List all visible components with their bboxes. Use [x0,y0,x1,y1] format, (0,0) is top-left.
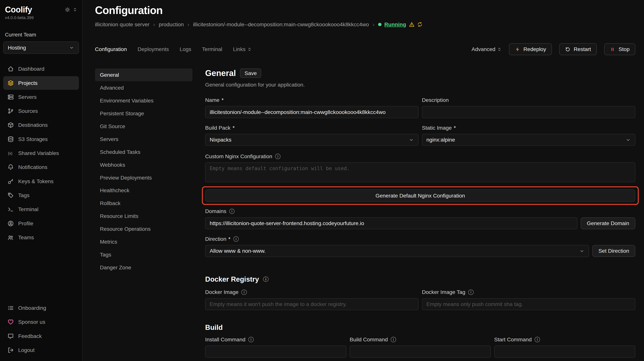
advanced-dropdown[interactable]: Advanced [472,46,502,52]
info-icon[interactable] [229,209,234,214]
nginx-config-label: Custom Nginx Configuration [205,153,272,160]
info-icon[interactable] [275,154,280,159]
description-input[interactable] [422,106,635,118]
team-select[interactable]: Hosting [3,41,79,54]
bolt-icon [515,47,520,52]
start-command-input[interactable] [494,345,636,357]
sidebar-item-label: Destinations [18,122,48,128]
selector-icon [497,47,502,52]
tab-links[interactable]: Links [233,46,252,52]
tab-deployments[interactable]: Deployments [138,46,169,52]
sun-icon[interactable] [65,7,70,12]
nginx-config-textarea[interactable] [205,162,635,182]
subnav-resource-operations[interactable]: Resource Operations [95,223,192,235]
subnav-danger-zone[interactable]: Danger Zone [95,261,192,274]
breadcrumb-project[interactable]: illicitonion quote server [95,21,150,28]
subnav-general[interactable]: General [95,68,192,81]
sidebar-item-profile[interactable]: Profile [3,217,79,230]
tab-configuration[interactable]: Configuration [95,46,127,52]
info-icon[interactable] [248,337,254,342]
warning-icon[interactable] [409,22,414,27]
restart-icon [565,47,570,52]
redeploy-button[interactable]: Redeploy [509,43,552,55]
sidebar-item-sources[interactable]: Sources [3,104,79,118]
docker-image-tag-input[interactable] [422,298,635,310]
sidebar-item-destinations[interactable]: Destinations [3,118,79,132]
info-icon[interactable] [241,289,247,295]
info-icon[interactable] [391,337,396,342]
database-icon [7,136,14,143]
subnav-rollback[interactable]: Rollback [95,197,192,210]
sidebar-item-feedback[interactable]: Feedback [3,329,79,343]
subnav-environment-variables[interactable]: Environment Variables [95,94,192,107]
domains-input[interactable] [205,217,577,229]
subnav-scheduled-tasks[interactable]: Scheduled Tasks [95,146,192,158]
sidebar-item-label: Onboarding [18,305,46,311]
subnav-metrics[interactable]: Metrics [95,235,192,248]
sidebar-item-label: Terminal [18,206,38,212]
breadcrumb-environment[interactable]: production [153,21,184,28]
generate-nginx-config-button[interactable]: Generate Default Nginx Configuration [205,189,635,202]
tab-terminal[interactable]: Terminal [202,46,222,52]
selector-icon [247,47,252,52]
info-icon[interactable] [263,276,268,282]
name-input[interactable] [205,106,418,118]
start-command-field: Start Command [494,336,636,357]
required-asterisk: * [232,125,234,131]
user-icon [7,220,14,227]
direction-select[interactable]: Allow www & non-www. [205,245,589,257]
sidebar-item-servers[interactable]: Servers [3,90,79,104]
save-button[interactable]: Save [240,68,261,78]
subnav-git-source[interactable]: Git Source [95,120,192,133]
sidebar-item-s3-storages[interactable]: S3 Storages [3,132,79,146]
sidebar-item-terminal[interactable]: Terminal [3,203,79,216]
sidebar-nav: Dashboard Projects Servers Sources Desti… [3,62,79,244]
sidebar-item-tags[interactable]: Tags [3,188,79,202]
refresh-icon[interactable] [417,22,422,27]
docker-image-tag-field: Docker Image Tag [422,289,635,310]
status-badge: Running [372,21,422,28]
sidebar-item-projects[interactable]: Projects [3,76,79,90]
generate-domain-button[interactable]: Generate Domain [581,217,635,229]
subnav-preview-deployments[interactable]: Preview Deployments [95,171,192,184]
restart-button[interactable]: Restart [559,43,596,55]
info-icon[interactable] [468,289,474,295]
tab-links-label: Links [233,46,246,52]
sidebar-item-sponsor-us[interactable]: Sponsor us [3,315,79,329]
subnav-tags[interactable]: Tags [95,248,192,261]
install-command-field: Install Command [205,336,346,357]
selector-icon[interactable] [73,7,77,12]
docker-image-input[interactable] [205,298,418,310]
subnav-advanced[interactable]: Advanced [95,81,192,94]
status-label[interactable]: Running [384,21,406,28]
subnav-webhooks[interactable]: Webhooks [95,158,192,171]
sidebar-item-logout[interactable]: Logout [3,343,79,357]
subnav-healthcheck[interactable]: Healthcheck [95,184,192,197]
sidebar-item-notifications[interactable]: Notifications [3,160,79,174]
stop-button[interactable]: Stop [604,43,635,55]
sidebar-item-shared-variables[interactable]: (x) Shared Variables [3,146,79,160]
sidebar-item-keys-tokens[interactable]: Keys & Tokens [3,174,79,188]
sidebar-item-label: Feedback [18,333,42,339]
docker-registry-title: Docker Registry [205,275,259,283]
tab-logs[interactable]: Logs [180,46,191,52]
sidebar-item-label: Dashboard [18,66,44,72]
install-command-input[interactable] [205,345,346,357]
set-direction-button[interactable]: Set Direction [592,245,635,257]
sidebar-item-dashboard[interactable]: Dashboard [3,62,79,76]
build-pack-select[interactable]: Nixpacks [205,134,418,146]
subnav-resource-limits[interactable]: Resource Limits [95,210,192,223]
info-icon[interactable] [234,236,239,242]
action-bar: Advanced Redeploy Restart Stop [472,43,635,55]
sidebar-item-onboarding[interactable]: Onboarding [3,301,79,315]
subnav-servers[interactable]: Servers [95,133,192,146]
info-icon[interactable] [535,337,540,342]
required-asterisk: * [222,97,224,103]
general-form: General Save General configuration for y… [205,68,635,361]
build-command-input[interactable] [350,345,491,357]
static-image-select[interactable]: nginx:alpine [422,134,635,146]
bell-icon [7,164,14,170]
breadcrumb-application[interactable]: illicitestonion/-module--decomposition:m… [188,21,369,28]
sidebar-item-teams[interactable]: Teams [3,231,79,244]
subnav-persistent-storage[interactable]: Persistent Storage [95,107,192,120]
